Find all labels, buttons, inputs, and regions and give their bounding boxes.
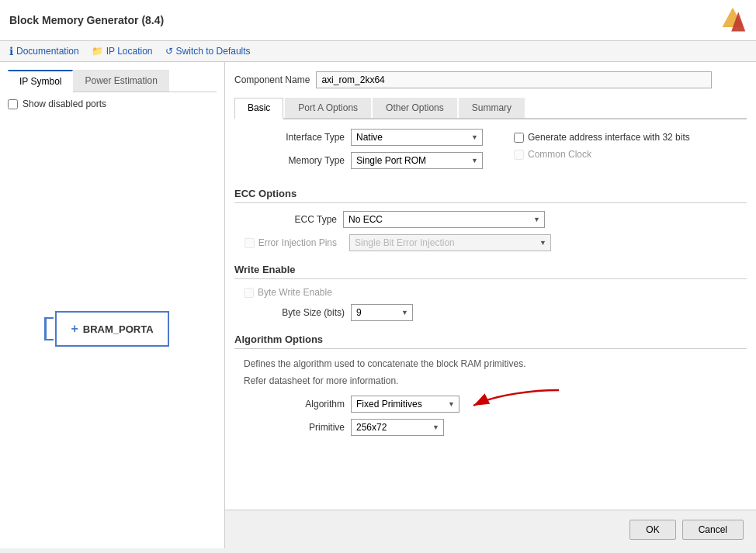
error-injection-select: Single Bit Error Injection xyxy=(349,234,551,251)
tab-port-a-options[interactable]: Port A Options xyxy=(285,98,371,118)
bram-porta-block: + BRAM_PORTA xyxy=(55,311,168,347)
error-injection-checkbox-label: Error Injection Pins xyxy=(244,237,337,248)
primitive-label: Primitive xyxy=(244,422,345,433)
byte-size-label: Byte Size (bits) xyxy=(244,307,345,318)
algorithm-select[interactable]: Fixed Primitives Minimum Area Low Power xyxy=(351,396,459,413)
component-name-input[interactable] xyxy=(316,71,712,88)
algorithm-desc2: Refer datasheet for more information. xyxy=(234,374,747,388)
switch-to-defaults-link[interactable]: ↺ Switch to Defaults xyxy=(165,46,251,57)
show-disabled-ports-label: Show disabled ports xyxy=(23,99,106,109)
ecc-type-label: ECC Type xyxy=(244,214,337,225)
byte-write-enable-text: Byte Write Enable xyxy=(258,287,332,298)
generate-address-checkbox[interactable] xyxy=(514,133,524,143)
algorithm-options-title: Algorithm Options xyxy=(234,334,747,349)
algorithm-label: Algorithm xyxy=(244,399,345,410)
algorithm-desc1: Defines the algorithm used to concatenat… xyxy=(234,357,747,371)
error-injection-label: Error Injection Pins xyxy=(258,237,337,248)
tab-power-estimation[interactable]: Power Estimation xyxy=(73,70,168,92)
primitive-select[interactable]: 256x72 512x36 xyxy=(351,419,444,436)
write-enable-title: Write Enable xyxy=(234,264,747,279)
tab-basic[interactable]: Basic xyxy=(234,98,283,119)
tab-ip-symbol[interactable]: IP Symbol xyxy=(8,70,73,92)
memory-type-select[interactable]: Single Port ROM Simple Dual Port RAM Tru… xyxy=(351,152,483,169)
documentation-link[interactable]: ℹ Documentation xyxy=(9,45,79,57)
interface-type-label: Interface Type xyxy=(244,132,345,143)
common-clock-text: Common Clock xyxy=(528,149,591,160)
tab-other-options[interactable]: Other Options xyxy=(373,98,457,118)
generate-address-checkbox-label[interactable]: Generate address interface with 32 bits xyxy=(514,132,690,143)
common-clock-checkbox-label: Common Clock xyxy=(514,149,690,160)
common-clock-checkbox xyxy=(514,150,524,160)
bram-label: BRAM_PORTA xyxy=(83,323,154,335)
tab-summary[interactable]: Summary xyxy=(459,98,525,118)
xilinx-logo xyxy=(719,6,747,34)
ip-location-link[interactable]: 📁 IP Location xyxy=(92,46,153,57)
ecc-options-title: ECC Options xyxy=(234,188,747,203)
interface-type-select[interactable]: Native AXI4 xyxy=(351,129,483,146)
refresh-icon: ↺ xyxy=(165,46,173,57)
byte-write-enable-checkbox xyxy=(244,288,254,298)
window-title: Block Memory Generator (8.4) xyxy=(9,14,164,26)
byte-size-select[interactable]: 9 8 xyxy=(351,304,413,321)
component-name-label: Component Name xyxy=(234,74,310,85)
show-disabled-ports-checkbox[interactable] xyxy=(8,99,18,109)
cancel-button[interactable]: Cancel xyxy=(682,520,744,540)
info-icon: ℹ xyxy=(9,45,13,57)
ecc-type-select[interactable]: No ECC Hamming xyxy=(343,211,545,228)
byte-write-enable-label: Byte Write Enable xyxy=(244,287,332,298)
expand-icon[interactable]: + xyxy=(71,322,78,336)
generate-address-text: Generate address interface with 32 bits xyxy=(528,132,690,143)
memory-type-label: Memory Type xyxy=(244,155,345,166)
error-injection-checkbox xyxy=(244,238,255,248)
ok-button[interactable]: OK xyxy=(629,520,675,540)
folder-icon: 📁 xyxy=(92,46,103,57)
